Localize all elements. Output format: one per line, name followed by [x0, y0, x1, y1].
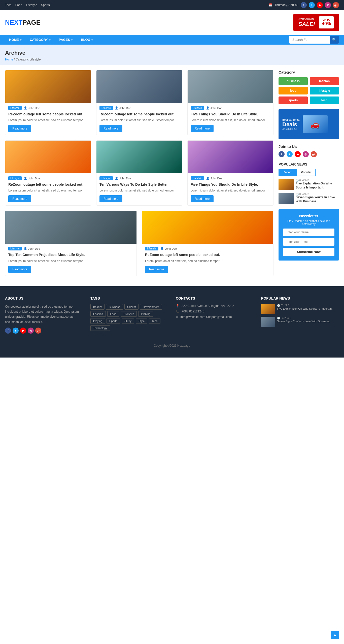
article-tag[interactable]: Lifestyle	[191, 176, 204, 180]
popular-news-title: POPULAR NEWS	[279, 162, 339, 166]
breadcrumb-home[interactable]: Home	[5, 58, 13, 61]
join-googleplus-icon[interactable]: g+	[311, 151, 317, 157]
news-date: 🕐 03-29-21	[296, 193, 339, 196]
read-more-button[interactable]: Read more	[8, 195, 31, 202]
logo[interactable]: NEXTPAGE	[5, 19, 41, 26]
join-icons: f t ▶ ◎ g+	[279, 151, 339, 157]
article-author: 👤 John Doe	[115, 177, 131, 180]
topbar-googleplus-icon[interactable]: g+	[333, 2, 339, 8]
article-tag[interactable]: Lifestyle	[8, 176, 22, 180]
card-meta: Lifestyle 👤 John Doe	[191, 106, 270, 110]
category-lifestyle[interactable]: lifestyle	[310, 87, 339, 94]
card-meta: Lifestyle 👤 John Doe	[8, 106, 88, 110]
footer-googleplus-icon[interactable]: g+	[35, 328, 41, 334]
read-more-button[interactable]: Read more	[191, 125, 214, 132]
nav-category[interactable]: CATEGORY +	[26, 35, 55, 45]
tab-recent[interactable]: Recent	[279, 169, 297, 176]
tag-food[interactable]: Food	[107, 311, 119, 317]
tag-bakery[interactable]: Bakery	[90, 304, 105, 310]
news-title[interactable]: Seven Signs You're In Love With Business…	[296, 196, 339, 203]
read-more-button[interactable]: Read more	[191, 195, 214, 202]
read-more-button[interactable]: Read more	[8, 125, 31, 132]
newsletter-subscribe-button[interactable]: Subscribe Now	[283, 248, 334, 256]
join-twitter-icon[interactable]: t	[287, 151, 293, 157]
read-more-button[interactable]: Read more	[99, 195, 122, 202]
contact-phone: 📞 +088 012121240	[176, 310, 254, 313]
article-image	[96, 70, 182, 103]
category-food[interactable]: food	[279, 87, 308, 94]
article-tag[interactable]: Lifestyle	[99, 176, 113, 180]
newsletter-email-input[interactable]	[283, 238, 334, 246]
category-sports[interactable]: sports	[279, 96, 308, 104]
search-form: 🔍	[289, 36, 339, 44]
footer-news-info: 🕐 03-29-21 Five Explanation On Why Sport…	[277, 304, 333, 314]
sidebar-ad[interactable]: Best car rental Deals Ads 370x350 🚗	[279, 109, 339, 139]
ad-car-image: 🚗	[303, 115, 328, 133]
footer-popular-news: POPULAR NEWS 🕐 03-29-21 Five Explanation…	[261, 296, 339, 334]
join-instagram-icon[interactable]: ◎	[303, 151, 309, 157]
tag-study[interactable]: Study	[122, 318, 134, 324]
tag-business[interactable]: Business	[106, 304, 123, 310]
article-tag[interactable]: Lifestyle	[191, 106, 204, 110]
category-fashion[interactable]: fashion	[310, 77, 339, 85]
footer-youtube-icon[interactable]: ▶	[20, 328, 26, 334]
tag-development[interactable]: Development	[140, 304, 162, 310]
sidebar-category-section: Category business fashion food lifestyle…	[279, 70, 339, 104]
topbar-twitter-icon[interactable]: t	[309, 2, 315, 8]
nav-pages[interactable]: PAGES +	[55, 35, 77, 45]
tag-planing[interactable]: Planing	[138, 311, 153, 317]
tab-popular[interactable]: Populer	[297, 169, 316, 176]
topbar-link-food[interactable]: Food	[15, 3, 22, 7]
article-card: Lifestyle 👤 John Doe Five Things You Sho…	[187, 140, 273, 206]
nav-blog[interactable]: BLOG +	[77, 35, 97, 45]
tag-lifestyle[interactable]: LifeStyle	[121, 311, 137, 317]
card-body: Lifestyle 👤 John Doe ReZoom outage left …	[5, 173, 91, 205]
article-title: Five Things You Should Do In Life Style.	[191, 112, 270, 116]
tag-playing[interactable]: Playing	[90, 318, 105, 324]
article-author: 👤 John Doe	[206, 177, 222, 180]
read-more-button[interactable]: Read more	[145, 266, 168, 273]
footer-about-title: ABOUT US	[5, 296, 83, 300]
newsletter-name-input[interactable]	[283, 229, 334, 236]
read-more-button[interactable]: Read more	[8, 266, 31, 273]
sidebar-category-title: Category	[279, 70, 339, 74]
article-tag[interactable]: Lifestyle	[99, 106, 113, 110]
read-more-button[interactable]: Read more	[99, 125, 122, 132]
tag-technology[interactable]: Technology	[90, 325, 110, 331]
topbar-youtube-icon[interactable]: ▶	[317, 2, 323, 8]
news-title[interactable]: Five Explanation On Why Sports Is Import…	[296, 182, 339, 189]
category-tech[interactable]: tech	[310, 96, 339, 104]
topbar-link-tech[interactable]: Tech	[5, 3, 11, 7]
footer-facebook-icon[interactable]: f	[5, 328, 11, 334]
topbar-instagram-icon[interactable]: ◎	[325, 2, 331, 8]
search-input[interactable]	[289, 36, 330, 44]
category-business[interactable]: business	[279, 77, 308, 85]
search-button[interactable]: 🔍	[330, 36, 339, 44]
tag-fashion[interactable]: Fashion	[90, 311, 106, 317]
top-bar: Tech Food Lifestyle Sports 📅 Thursday, A…	[0, 0, 344, 10]
footer-twitter-icon[interactable]: t	[13, 328, 19, 334]
footer-tags-title: TAGS	[90, 296, 168, 300]
tags-list: Bakery Business Cricket Development Fash…	[90, 304, 168, 331]
article-tag[interactable]: Lifestyle	[8, 247, 22, 250]
footer-instagram-icon[interactable]: ◎	[28, 328, 34, 334]
topbar-link-sports[interactable]: Sports	[41, 3, 50, 7]
article-excerpt: Lorem ipsum dolor sit amet elit, sed do …	[8, 118, 88, 122]
article-tag[interactable]: Lifestyle	[8, 106, 22, 110]
nav-home[interactable]: HOME +	[5, 35, 26, 45]
breadcrumb-category: Category: Lifestyle	[16, 58, 41, 61]
footer-news-title[interactable]: Seven Signs You're In Love With Business…	[277, 319, 330, 323]
ad-deals: Deals	[282, 121, 300, 128]
tag-style[interactable]: Style	[136, 318, 147, 324]
article-tag[interactable]: Lifestyle	[145, 247, 158, 250]
topbar-facebook-icon[interactable]: f	[301, 2, 307, 8]
join-youtube-icon[interactable]: ▶	[295, 151, 301, 157]
tag-sports[interactable]: Sports	[107, 318, 120, 324]
footer-news-title[interactable]: Five Explanation On Why Sports Is Import…	[277, 307, 333, 310]
tag-tech[interactable]: Tech	[149, 318, 160, 324]
footer-grid: ABOUT US Consectetur adipiscing elit, se…	[5, 296, 339, 334]
banner-ad[interactable]: Now Arrival SALE! UP TO 40%	[293, 14, 339, 31]
tag-cricket[interactable]: Cricket	[124, 304, 139, 310]
topbar-link-lifestyle[interactable]: Lifestyle	[26, 3, 37, 7]
join-facebook-icon[interactable]: f	[279, 151, 285, 157]
